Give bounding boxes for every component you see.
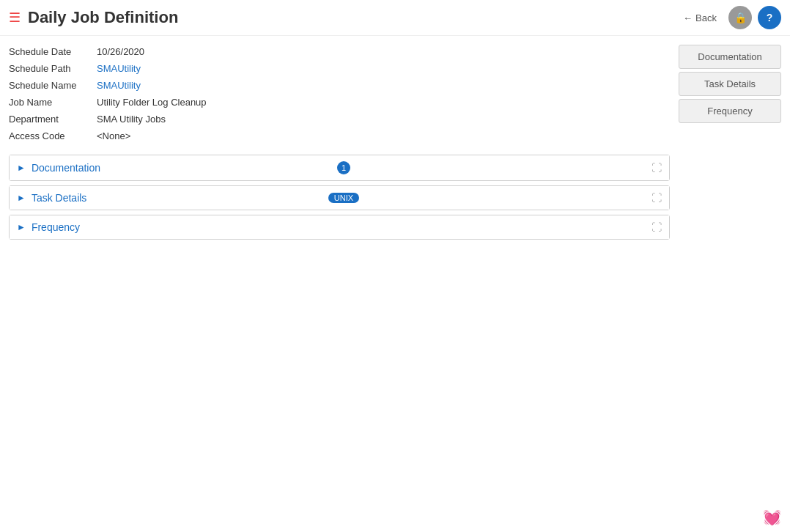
page-title: Daily Job Definition (28, 8, 677, 27)
left-panel: Schedule Date 10/26/2020 Schedule Path S… (9, 45, 670, 244)
job-name-label: Job Name (9, 95, 97, 109)
lock-button[interactable]: 🔒 (728, 6, 752, 29)
nav-task-details-button[interactable]: Task Details (679, 72, 781, 96)
frequency-expand-icon[interactable]: ⛶ (651, 221, 662, 233)
header: ☰ Daily Job Definition ← Back 🔒 ? (0, 0, 790, 36)
task-details-panel: ► Task Details UNIX ⛶ (9, 185, 670, 210)
schedule-path-value[interactable]: SMAUtility (97, 62, 670, 75)
department-value: SMA Utility Jobs (97, 112, 670, 126)
back-arrow-icon: ← (683, 12, 693, 23)
schedule-path-label: Schedule Path (9, 62, 97, 75)
schedule-name-label: Schedule Name (9, 78, 97, 92)
heartbeat-icon: 💓 (763, 509, 781, 525)
documentation-badge: 1 (337, 161, 350, 174)
main-content: Schedule Date 10/26/2020 Schedule Path S… (0, 36, 790, 253)
nav-frequency-button[interactable]: Frequency (679, 99, 781, 123)
task-details-expand-icon[interactable]: ⛶ (651, 192, 662, 204)
documentation-title: Documentation (32, 162, 333, 174)
frequency-header[interactable]: ► Frequency ⛶ (10, 215, 669, 239)
help-button[interactable]: ? (758, 6, 781, 29)
right-panel: Documentation Task Details Frequency (679, 45, 781, 244)
schedule-date-label: Schedule Date (9, 45, 97, 59)
nav-documentation-button[interactable]: Documentation (679, 45, 781, 69)
back-button[interactable]: ← Back (677, 10, 723, 26)
documentation-expand-icon[interactable]: ⛶ (651, 162, 662, 174)
back-label: Back (695, 12, 717, 23)
access-code-label: Access Code (9, 129, 97, 143)
task-details-header[interactable]: ► Task Details UNIX ⛶ (10, 186, 669, 210)
schedule-date-value: 10/26/2020 (97, 45, 670, 59)
info-grid: Schedule Date 10/26/2020 Schedule Path S… (9, 45, 670, 143)
menu-icon[interactable]: ☰ (9, 10, 21, 26)
frequency-chevron-icon: ► (17, 222, 26, 232)
documentation-header[interactable]: ► Documentation 1 ⛶ (10, 155, 669, 180)
department-label: Department (9, 112, 97, 126)
documentation-panel: ► Documentation 1 ⛶ (9, 155, 670, 181)
frequency-title: Frequency (32, 221, 342, 233)
header-actions: ← Back 🔒 ? (677, 6, 781, 29)
task-details-title: Task Details (32, 192, 324, 204)
task-details-tag: UNIX (328, 193, 359, 203)
frequency-panel: ► Frequency ⛶ (9, 215, 670, 240)
footer: 💓 (763, 509, 781, 526)
task-details-chevron-icon: ► (17, 193, 26, 203)
help-icon: ? (767, 12, 773, 23)
lock-icon: 🔒 (734, 12, 747, 23)
access-code-value: <None> (97, 129, 670, 143)
schedule-name-value[interactable]: SMAUtility (97, 78, 670, 92)
documentation-chevron-icon: ► (17, 163, 26, 173)
job-name-value: Utility Folder Log Cleanup (97, 95, 670, 109)
